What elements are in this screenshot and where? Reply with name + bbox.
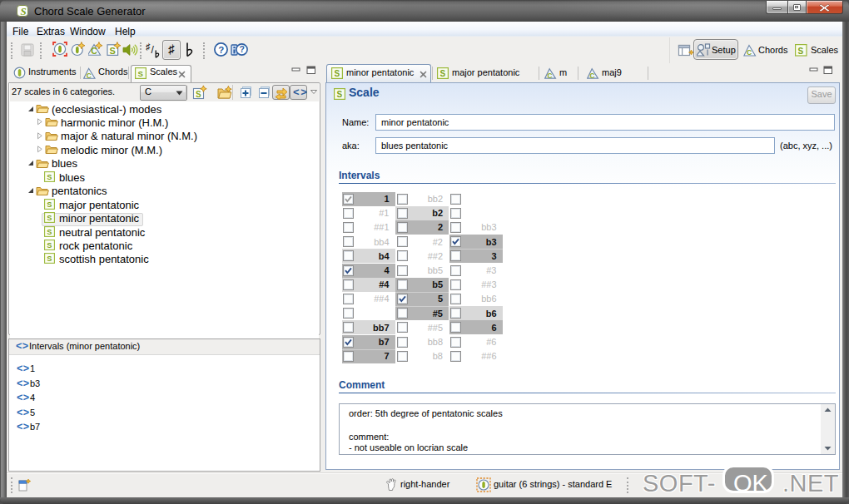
svg-text:S: S — [47, 255, 52, 264]
svg-text:S: S — [137, 69, 143, 78]
svg-text:S: S — [47, 241, 52, 250]
svg-text:C: C — [87, 72, 92, 80]
svg-text:S: S — [47, 173, 52, 181]
svg-text:C: C — [590, 72, 595, 79]
svg-text:S: S — [440, 69, 446, 78]
svg-text:S: S — [337, 90, 343, 99]
svg-text:S: S — [335, 69, 340, 78]
svg-text:♯: ♯ — [146, 42, 151, 52]
svg-text:S: S — [798, 47, 804, 56]
svg-text:/: / — [151, 44, 155, 56]
svg-text:C: C — [91, 46, 97, 56]
svg-text:S: S — [47, 228, 52, 236]
svg-text:?: ? — [240, 44, 245, 54]
svg-text:S: S — [47, 200, 52, 209]
svg-text:S: S — [196, 90, 201, 99]
svg-text:C: C — [747, 48, 752, 57]
svg-text:S: S — [47, 214, 52, 222]
svg-text:S: S — [109, 46, 115, 56]
svg-text:?: ? — [218, 45, 224, 55]
svg-text:C: C — [548, 72, 553, 79]
